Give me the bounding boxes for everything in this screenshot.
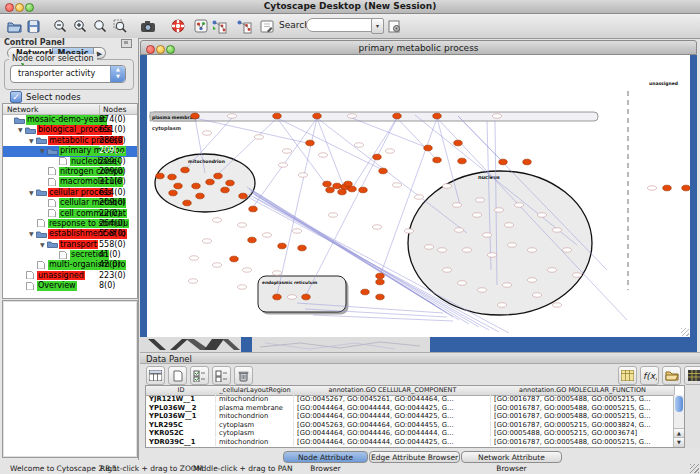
- table-cell[interactable]: [GO:0044464, GO:0044444, GO:0044425, G..…: [294, 404, 491, 412]
- control-panel: Control Panel Network Mosaic ▶ Node colo…: [0, 38, 139, 460]
- network-tree-item[interactable]: cell communicat22(0): [3, 209, 137, 219]
- minimize-button[interactable]: [15, 3, 24, 12]
- unselect-attributes-icon[interactable]: [212, 366, 231, 385]
- tab-edge-attribute-browser[interactable]: Edge Attribute Browser: [369, 451, 460, 463]
- table-cell[interactable]: [GO:0044464, GO:0044444, GO:0044425, G..…: [294, 412, 491, 420]
- attribute-table[interactable]: ID_cellularLayoutRegionannotation.GO CEL…: [145, 385, 685, 448]
- zoom-fit-icon[interactable]: [91, 17, 109, 35]
- tree-expand-icon[interactable]: ▼: [29, 136, 36, 146]
- file-icon: [58, 157, 69, 165]
- network-tree-item[interactable]: nitrogen compo209(0): [3, 167, 137, 177]
- attribute-combobox[interactable]: transporter activity ▲▼: [10, 65, 126, 83]
- snapshot-camera-icon[interactable]: [139, 17, 157, 35]
- table-scrollbar[interactable]: ▲ ▼: [673, 395, 684, 447]
- search-dropdown-button[interactable]: ▾: [371, 18, 384, 34]
- table-cell[interactable]: [GO:0044464, GO:0044446, GO:0044444, G..…: [294, 429, 491, 437]
- scrollbar-thumb[interactable]: [675, 396, 683, 412]
- table-cell[interactable]: YPL036W__1: [146, 412, 216, 420]
- vizmapper-icon[interactable]: [192, 17, 210, 35]
- application-window: Cytoscape Desktop (New Session): [0, 0, 700, 474]
- select-attributes-icon[interactable]: [190, 366, 209, 385]
- network-tree-item[interactable]: ▼primary metabo209(...: [3, 146, 137, 156]
- tree-item-node-count: 558(0): [99, 240, 126, 250]
- table-cell[interactable]: [GO:0016787, GO:0005488, GO:0005215, G..…: [491, 438, 674, 446]
- network-tree-item[interactable]: multi-organism pro42(0): [3, 260, 137, 270]
- table-cell[interactable]: YJR121W__1: [146, 395, 216, 403]
- delete-attribute-icon[interactable]: [234, 366, 253, 385]
- network-tree-item[interactable]: unassigned223(0): [3, 271, 137, 281]
- create-attribute-icon[interactable]: [168, 366, 187, 385]
- network-tree-item[interactable]: ▼transport558(0): [3, 240, 137, 250]
- save-icon[interactable]: [24, 17, 42, 35]
- table-cell[interactable]: plasma membrane: [216, 404, 294, 412]
- network-tree-item[interactable]: nucleobase-209(0): [3, 157, 137, 167]
- tree-expand-icon[interactable]: ▼: [29, 188, 36, 198]
- network-window-titlebar[interactable]: primary metabolic process: [140, 40, 697, 55]
- zoom-selected-icon[interactable]: [111, 17, 129, 35]
- copy-network-view-2-icon[interactable]: [235, 17, 253, 35]
- annotation-search-icon[interactable]: [258, 17, 276, 35]
- search-config-icon[interactable]: [385, 17, 403, 35]
- table-cell[interactable]: [GO:0016787, GO:0005488, GO:0005215, G..…: [491, 395, 674, 403]
- tree-expand-icon[interactable]: ▼: [29, 229, 36, 239]
- network-tree-item[interactable]: Overview8(0): [3, 281, 137, 291]
- table-cell[interactable]: [GO:0016787, GO:0005215, GO:0003824, G..…: [491, 421, 674, 429]
- table-cell[interactable]: [GO:0005488, GO:0005215, GO:0003674]: [491, 429, 674, 437]
- network-tree-item[interactable]: mosaic-demo-yeast874(0): [3, 115, 137, 125]
- table-cell[interactable]: [GO:0016787, GO:0005488, GO:0005215, G..…: [491, 412, 674, 420]
- zoom-window-button[interactable]: [25, 3, 34, 12]
- canvas-resize-grip[interactable]: [681, 328, 689, 336]
- tab-node-attribute-browser[interactable]: Node Attribute Browser: [283, 451, 368, 463]
- network-tree-item[interactable]: ▼biological_process651(0): [3, 125, 137, 135]
- network-canvas[interactable]: plasma membranecytoplasmmitochondrionnuc…: [147, 55, 690, 337]
- import-attributes-icon[interactable]: [662, 366, 681, 385]
- network-tree-panel: Network Nodes mosaic-demo-yeast874(0)▼bi…: [2, 103, 138, 299]
- window-minimize-button[interactable]: [156, 45, 165, 54]
- help-lifesaver-icon[interactable]: [169, 17, 187, 35]
- network-tree-item[interactable]: macromolecule311(0): [3, 177, 137, 187]
- attribute-matrix-icon[interactable]: [684, 366, 700, 385]
- window-zoom-button[interactable]: [166, 45, 175, 54]
- scroll-down-icon[interactable]: ▼: [674, 437, 684, 447]
- float-panel-icon[interactable]: [121, 39, 132, 48]
- folder-icon: [47, 147, 58, 155]
- close-button[interactable]: [5, 3, 14, 12]
- table-cell[interactable]: [GO:0045267, GO:0045261, GO:0044464, G..…: [294, 395, 491, 403]
- table-cell[interactable]: YDR039C__1: [146, 438, 216, 446]
- table-cell[interactable]: cytoplasm: [216, 421, 294, 429]
- table-cell[interactable]: YPL036W__2: [146, 404, 216, 412]
- table-cell[interactable]: mitochondrion: [216, 438, 294, 446]
- network-tree-item[interactable]: ▼establishment of lo558(0): [3, 229, 137, 239]
- table-cell[interactable]: cytoplasm: [216, 429, 294, 437]
- tab-network-attribute-browser[interactable]: Network Attribute Browser: [461, 451, 562, 463]
- select-nodes-checkbox[interactable]: ✓: [10, 91, 22, 103]
- formula-builder-icon[interactable]: f(x): [640, 366, 659, 385]
- table-cell[interactable]: YKR052C: [146, 429, 216, 437]
- node-color-selection-legend: Node color selection: [9, 54, 97, 63]
- zoom-in-icon[interactable]: [71, 17, 89, 35]
- window-resize-grip[interactable]: [690, 464, 699, 473]
- network-tree-item[interactable]: response to stimulu264(0): [3, 219, 137, 229]
- tree-expand-icon[interactable]: ▼: [40, 240, 47, 250]
- table-cell[interactable]: [GO:0045263, GO:0044464, GO:0044455, G..…: [294, 421, 491, 429]
- network-tree-item[interactable]: cellular metabol209(0): [3, 198, 137, 208]
- zoom-out-icon[interactable]: [51, 17, 69, 35]
- tree-expand-icon[interactable]: ▼: [18, 125, 25, 135]
- table-cell[interactable]: [GO:0016787, GO:0005488, GO:0005215, G..…: [491, 404, 674, 412]
- window-close-button[interactable]: [146, 45, 155, 54]
- table-cell[interactable]: mitochondrion: [216, 395, 294, 403]
- network-tree-item[interactable]: ▼cellular process614(0): [3, 188, 137, 198]
- main-toolbar: Search: ▾: [0, 14, 700, 39]
- network-tree-item[interactable]: ▼metabolic process280(0): [3, 136, 137, 146]
- table-cell[interactable]: YLR295C: [146, 421, 216, 429]
- network-tree-item[interactable]: secretion41(0): [3, 250, 137, 260]
- open-file-icon[interactable]: [5, 17, 23, 35]
- table-cell[interactable]: [GO:0044464, GO:0044444, GO:0044425, G..…: [294, 438, 491, 446]
- birds-eye-view-panel[interactable]: [2, 300, 138, 458]
- table-cell[interactable]: mitochondrion: [216, 412, 294, 420]
- attribute-table-icon[interactable]: [146, 366, 165, 385]
- copy-network-view-1-icon[interactable]: [210, 17, 228, 35]
- attribute-editor-icon[interactable]: [618, 366, 637, 385]
- tree-expand-icon[interactable]: ▼: [40, 146, 47, 156]
- tree-item-node-count: 558(0): [99, 229, 126, 239]
